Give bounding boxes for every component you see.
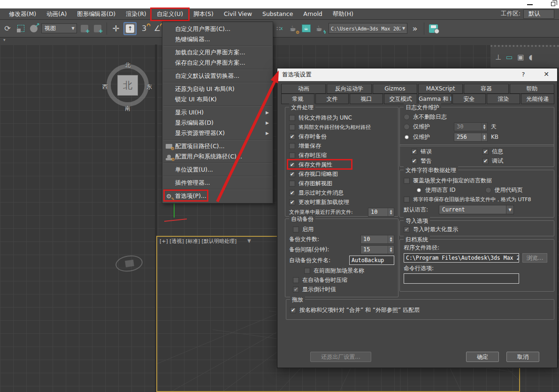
radio-log-never-delete[interactable] bbox=[404, 114, 410, 120]
menu-graph-editors[interactable]: 图形编辑器(D) bbox=[72, 8, 121, 20]
menu-item-configure-user-system-paths[interactable]: 配置用户和系统路径(C)... bbox=[162, 151, 273, 162]
spinner-arrows-icon[interactable]: ▲▼ bbox=[388, 208, 394, 216]
spinner-arrows-icon[interactable]: ▲▼ bbox=[388, 246, 394, 254]
log-days-spinner[interactable]: 30▲▼ bbox=[454, 122, 488, 131]
toolbar-overflow-chevron[interactable]: » bbox=[409, 23, 421, 35]
menu-substance[interactable]: Substance bbox=[257, 8, 298, 20]
checkbox-log-warning[interactable] bbox=[411, 158, 417, 164]
checkbox-save-schematic-view[interactable] bbox=[289, 181, 295, 187]
tab-security[interactable]: 安全 bbox=[452, 94, 486, 104]
menu-item-show-ui[interactable]: 显示 UI(H)▶ bbox=[162, 107, 273, 118]
help-icon[interactable]: ? bbox=[520, 71, 527, 78]
menu-help[interactable]: 帮助(H) bbox=[328, 8, 359, 20]
transform-toolbox-icon[interactable]: ∷x bbox=[274, 23, 285, 35]
angle-snap-icon[interactable]: ∠C bbox=[152, 23, 163, 35]
checkbox-override-language-data[interactable] bbox=[404, 178, 410, 184]
checkbox-save-file-properties[interactable] bbox=[289, 162, 295, 168]
radio-use-codepage[interactable] bbox=[485, 187, 491, 193]
reset-factory-button[interactable]: 还原出厂设置... bbox=[310, 352, 371, 362]
render-setup-icon[interactable]: ☕⚙ bbox=[287, 23, 299, 35]
menu-rendering[interactable]: 渲染(R) bbox=[121, 8, 151, 20]
autobackup-filename-field[interactable]: AutoBackup bbox=[349, 256, 394, 265]
save-scene-icon[interactable] bbox=[428, 23, 439, 35]
menu-item-revert-startup-layout[interactable]: 还原为启动 UI 布局(R) bbox=[162, 84, 273, 94]
snap-toggle-2-icon[interactable] bbox=[92, 23, 103, 35]
select-and-link-icon[interactable] bbox=[28, 23, 39, 35]
viewport-label[interactable]: [+] [透视] [标准] [默认明暗处理] bbox=[160, 238, 237, 245]
tab-help[interactable]: 帮助 bbox=[510, 84, 554, 94]
menu-item-save-custom-ui-scheme[interactable]: 保存自定义用户界面方案... bbox=[162, 58, 273, 68]
checkbox-save-strings-legacy-utf8[interactable] bbox=[404, 196, 410, 203]
menu-animation[interactable]: 动画(A) bbox=[41, 8, 72, 20]
minimize-icon[interactable] bbox=[527, 4, 533, 5]
menu-item-lock-ui-layout[interactable]: 锁定 UI 布局(K) bbox=[162, 94, 273, 105]
axis-constraint-icon[interactable]: ⊥ bbox=[495, 53, 501, 61]
menu-customize[interactable]: 自定义(U) bbox=[152, 8, 188, 20]
spinner-arrows-icon[interactable]: ▲▼ bbox=[481, 123, 487, 131]
tab-rendering[interactable]: 渲染 bbox=[487, 94, 520, 104]
checkbox-save-viewport-thumbnail[interactable] bbox=[289, 171, 295, 177]
menu-item-plugin-manager[interactable]: 插件管理器... bbox=[162, 178, 273, 188]
reference-coordinate-dropdown[interactable]: 视图 ▼ bbox=[41, 23, 77, 33]
program-file-path-field[interactable]: C:\Program Files\Autodesk\3ds Max 2023\m bbox=[404, 253, 519, 263]
tab-gizmos[interactable]: Gizmos bbox=[373, 84, 417, 94]
browse-button[interactable]: 浏览... bbox=[522, 253, 547, 263]
checkbox-match-layers[interactable] bbox=[290, 307, 296, 313]
cancel-button[interactable]: 取消 bbox=[506, 352, 539, 362]
log-kb-spinner[interactable]: 256▲▼ bbox=[454, 133, 488, 142]
flyout-arrow-icon[interactable]: ▾ bbox=[3, 38, 6, 42]
checkbox-increment-save[interactable] bbox=[289, 143, 295, 149]
render-production-icon[interactable]: ☕ϟ bbox=[314, 23, 325, 35]
menu-civil-view[interactable]: Civil View bbox=[219, 8, 257, 20]
fence-icon[interactable]: ▭ bbox=[506, 53, 513, 61]
sphere-icon[interactable]: ◖ bbox=[528, 53, 532, 61]
checkbox-reload-textures[interactable] bbox=[289, 199, 295, 205]
snap-toggle-icon[interactable] bbox=[79, 23, 90, 35]
tab-inverse-kinematics[interactable]: 反向运动学 bbox=[327, 84, 371, 94]
menu-arnold[interactable]: Arnold bbox=[298, 8, 327, 20]
tab-radiosity[interactable]: 光能传递 bbox=[521, 94, 554, 104]
radio-log-keep-kb[interactable] bbox=[404, 134, 410, 140]
tab-maxscript[interactable]: MAXScript bbox=[418, 84, 463, 94]
checkbox-backup-on-save[interactable] bbox=[289, 134, 295, 140]
checkbox-relative-paths[interactable] bbox=[289, 124, 295, 130]
viewport-menu-arrow-icon[interactable]: ▼ bbox=[247, 238, 251, 243]
default-language-dropdown[interactable]: Current ▼ bbox=[439, 205, 514, 214]
close-icon[interactable]: ✕ bbox=[542, 70, 551, 78]
snap-3d-icon[interactable]: 3C bbox=[138, 23, 150, 35]
tab-containers[interactable]: 容器 bbox=[464, 84, 508, 94]
checkbox-show-countdown[interactable] bbox=[293, 286, 299, 293]
spinner-arrows-icon[interactable]: ▲▼ bbox=[481, 133, 487, 141]
dialog-titlebar[interactable]: 首选项设置 ? ✕ bbox=[277, 68, 557, 81]
select-and-move-icon[interactable]: ✛ bbox=[110, 23, 122, 35]
backup-interval-spinner[interactable]: 15▲▼ bbox=[360, 245, 394, 254]
tab-gamma-lut[interactable]: Gamma 和 LUT bbox=[418, 94, 452, 104]
workspace-selector[interactable]: 默认 bbox=[523, 9, 554, 19]
checkbox-log-error[interactable] bbox=[411, 149, 417, 155]
menu-item-configure-project-paths[interactable]: 配置项目路径(C)... bbox=[162, 141, 273, 151]
restore-icon[interactable] bbox=[551, 2, 555, 6]
menu-item-units-setup[interactable]: 单位设置(U)... bbox=[162, 165, 273, 175]
checkbox-log-info[interactable] bbox=[482, 149, 489, 155]
checkbox-log-debug[interactable] bbox=[482, 158, 489, 164]
menu-item-show-editors[interactable]: 显示编辑器(D)▶ bbox=[162, 118, 273, 128]
menu-item-custom-defaults-switcher[interactable]: 自定义默认设置切换器... bbox=[162, 71, 273, 81]
menu-scripting[interactable]: 脚本(S) bbox=[188, 8, 219, 20]
viewcube-compass[interactable]: 北 bbox=[107, 64, 149, 106]
tab-animation[interactable]: 动画 bbox=[281, 84, 326, 94]
tab-general[interactable]: 常规 bbox=[281, 94, 314, 104]
command-line-options-field[interactable] bbox=[404, 273, 519, 284]
menu-modifiers[interactable]: 修改器(M) bbox=[4, 8, 41, 20]
menu-item-customize-ui[interactable]: 自定义用户界面(C)... bbox=[162, 24, 273, 34]
tab-files[interactable]: 文件 bbox=[315, 94, 349, 104]
selection-region-icon[interactable] bbox=[15, 23, 26, 35]
checkbox-prepend-scene-name[interactable] bbox=[304, 268, 310, 274]
menu-item-show-explorers[interactable]: 显示资源管理器(X)▶ bbox=[162, 128, 273, 138]
ok-button[interactable]: 确定 bbox=[466, 352, 499, 362]
checkbox-autobackup-enable[interactable] bbox=[293, 226, 299, 233]
checkbox-zoom-extents-on-import[interactable] bbox=[404, 226, 410, 233]
recent-files-spinner[interactable]: 10▲▼ bbox=[368, 208, 394, 217]
radio-log-keep-days[interactable] bbox=[404, 124, 410, 130]
radio-use-language-id[interactable] bbox=[416, 187, 422, 193]
checkbox-obsolete-file-message[interactable] bbox=[289, 190, 295, 196]
